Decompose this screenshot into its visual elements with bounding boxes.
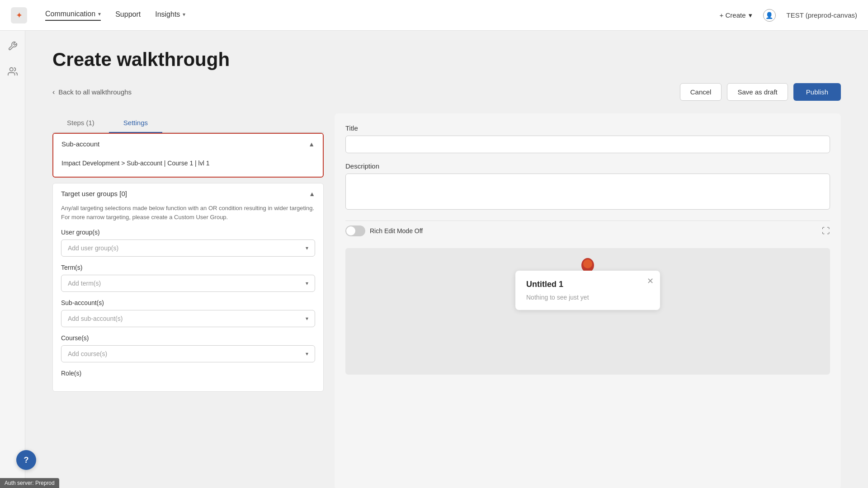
- page-title: Create walkthrough: [52, 49, 841, 70]
- subaccount-content: Impact Development > Sub-account | Cours…: [53, 154, 323, 177]
- logo[interactable]: ✦: [11, 7, 27, 23]
- description-input[interactable]: [345, 174, 830, 210]
- tab-settings[interactable]: Settings: [109, 113, 162, 133]
- courses-placeholder: Add course(s): [68, 350, 107, 357]
- create-button[interactable]: + Create ▾: [720, 11, 752, 19]
- chevron-up-icon-users: ▲: [309, 190, 315, 197]
- card-close-button[interactable]: ✕: [647, 276, 654, 286]
- save-draft-button[interactable]: Save as draft: [727, 83, 788, 101]
- user-groups-group: User group(s) Add user group(s) ▾: [61, 229, 315, 257]
- target-users-section: Target user groups [0] ▲ Any/all targeti…: [52, 183, 324, 392]
- rich-edit-bar: Rich Edit Mode Off ⛶: [345, 221, 830, 241]
- two-column-layout: Steps (1) Settings Sub-account ▲ Impact …: [52, 113, 841, 488]
- back-link-label: Back to all walkthroughs: [58, 88, 132, 96]
- chevron-down-icon-create: ▾: [749, 11, 752, 19]
- subaccount-label: Sub-account: [61, 140, 99, 148]
- back-arrow-icon: ‹: [52, 88, 55, 96]
- description-field-label: Description: [345, 162, 830, 170]
- user-groups-dropdown[interactable]: Add user group(s) ▾: [61, 239, 315, 257]
- title-field-label: Title: [345, 124, 830, 132]
- help-button[interactable]: ?: [16, 450, 36, 470]
- nav-communication-label: Communication: [45, 10, 95, 18]
- user-groups-label: User group(s): [61, 229, 315, 236]
- rich-edit-toggle[interactable]: [345, 225, 365, 236]
- chevron-down-icon-subaccounts: ▾: [306, 315, 308, 322]
- courses-group: Course(s) Add course(s) ▾: [61, 334, 315, 362]
- preview-area: ✕ Untitled 1 Nothing to see just yet: [345, 248, 830, 375]
- target-users-hint: Any/all targeting selections made below …: [61, 204, 315, 221]
- logo-icon: ✦: [16, 10, 23, 20]
- left-sidebar: [0, 31, 25, 488]
- top-navigation: ✦ Communication ▾ Support Insights ▾ + C…: [0, 0, 868, 31]
- tab-steps[interactable]: Steps (1): [52, 113, 109, 133]
- nav-support[interactable]: Support: [115, 10, 141, 20]
- left-panel-scroll: Sub-account ▲ Impact Development > Sub-a…: [52, 133, 324, 392]
- tabs-bar: Steps (1) Settings: [52, 113, 324, 133]
- nav-insights-label: Insights: [155, 10, 180, 19]
- courses-label: Course(s): [61, 334, 315, 342]
- user-account-icon[interactable]: 👤: [763, 9, 776, 22]
- card-body: Nothing to see just yet: [526, 294, 649, 301]
- chevron-down-icon: ▾: [98, 11, 101, 17]
- chevron-down-icon-insights: ▾: [183, 11, 185, 18]
- chevron-down-icon-courses: ▾: [306, 351, 308, 357]
- auth-server-badge: Auth server: Preprod: [0, 478, 59, 488]
- subaccounts-group: Sub-account(s) Add sub-account(s) ▾: [61, 299, 315, 327]
- chevron-down-icon-terms: ▾: [306, 280, 308, 286]
- terms-label: Term(s): [61, 264, 315, 271]
- cancel-button[interactable]: Cancel: [680, 83, 722, 101]
- roles-group: Role(s): [61, 370, 315, 377]
- nav-communication[interactable]: Communication ▾: [45, 10, 101, 21]
- action-buttons: Cancel Save as draft Publish: [680, 83, 841, 101]
- terms-dropdown[interactable]: Add term(s) ▾: [61, 275, 315, 292]
- title-input[interactable]: [345, 136, 830, 153]
- card-title: Untitled 1: [526, 280, 649, 289]
- user-groups-placeholder: Add user group(s): [68, 244, 118, 252]
- courses-dropdown[interactable]: Add course(s) ▾: [61, 345, 315, 362]
- expand-icon[interactable]: ⛶: [822, 226, 830, 236]
- chevron-down-icon-usergroups: ▾: [306, 245, 308, 251]
- left-panel: Steps (1) Settings Sub-account ▲ Impact …: [52, 113, 324, 488]
- nav-insights[interactable]: Insights ▾: [155, 10, 185, 20]
- walkthrough-card: ✕ Untitled 1 Nothing to see just yet: [515, 271, 660, 310]
- terms-placeholder: Add term(s): [68, 280, 101, 287]
- publish-button[interactable]: Publish: [793, 83, 841, 101]
- target-users-content: Any/all targeting selections made below …: [53, 204, 323, 391]
- toggle-knob: [346, 226, 355, 235]
- top-bar: ‹ Back to all walkthroughs Cancel Save a…: [52, 83, 841, 101]
- subaccount-item: Impact Development > Sub-account | Cours…: [61, 156, 315, 170]
- subaccounts-label: Sub-account(s): [61, 299, 315, 306]
- right-panel: Title Description Rich Edit Mode Off ⛶: [335, 113, 841, 488]
- main-content: Create walkthrough ‹ Back to all walkthr…: [25, 31, 868, 488]
- subaccount-header[interactable]: Sub-account ▲: [53, 134, 323, 154]
- back-link[interactable]: ‹ Back to all walkthroughs: [52, 88, 132, 96]
- create-label: + Create: [720, 11, 746, 19]
- nav-right-area: + Create ▾ 👤 TEST (preprod-canvas): [720, 9, 857, 22]
- rich-edit-label: Rich Edit Mode Off: [370, 227, 423, 235]
- right-inner: Title Description Rich Edit Mode Off ⛶: [335, 113, 841, 488]
- rich-edit-toggle-area: Rich Edit Mode Off: [345, 225, 423, 236]
- sidebar-icon-tool[interactable]: [5, 38, 21, 54]
- target-users-header[interactable]: Target user groups [0] ▲: [53, 183, 323, 204]
- subaccount-section: Sub-account ▲ Impact Development > Sub-a…: [52, 133, 324, 178]
- env-label: TEST (preprod-canvas): [787, 11, 857, 19]
- sidebar-icon-users[interactable]: [5, 63, 21, 80]
- target-users-label: Target user groups [0]: [61, 190, 127, 197]
- roles-label: Role(s): [61, 370, 315, 377]
- svg-point-0: [9, 68, 13, 71]
- chevron-up-icon: ▲: [308, 141, 315, 148]
- nav-support-label: Support: [115, 10, 141, 19]
- subaccounts-placeholder: Add sub-account(s): [68, 315, 123, 322]
- svg-point-2: [583, 259, 592, 268]
- subaccounts-dropdown[interactable]: Add sub-account(s) ▾: [61, 310, 315, 327]
- terms-group: Term(s) Add term(s) ▾: [61, 264, 315, 292]
